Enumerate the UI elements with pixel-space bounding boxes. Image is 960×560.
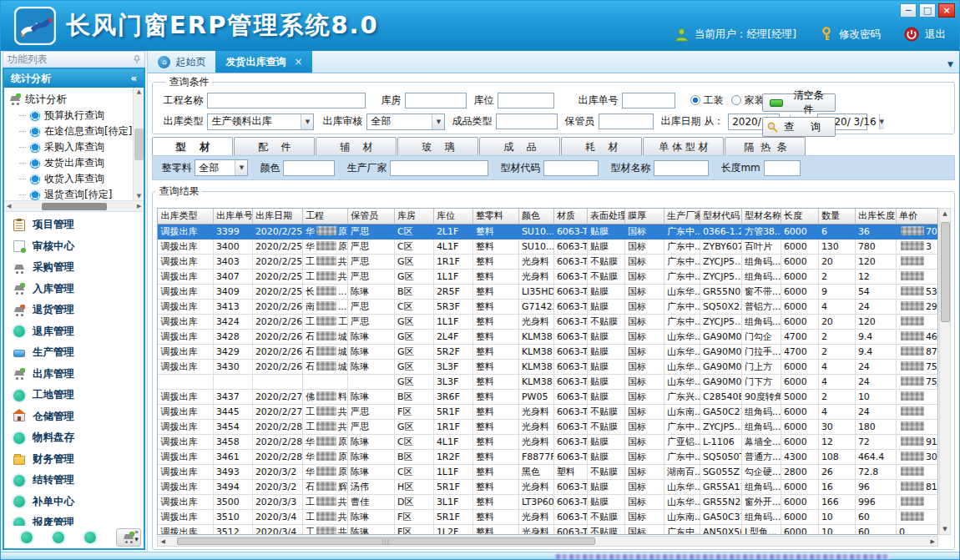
tree-vertical-scrollbar[interactable]: ▲▼ — [133, 88, 144, 200]
warehouse-input[interactable] — [405, 93, 467, 108]
circle-icon[interactable] — [53, 532, 64, 543]
sidebar-item[interactable]: 报废管理 — [4, 512, 144, 526]
subtab[interactable]: 单 体 型 材 — [643, 137, 724, 155]
table-row[interactable]: 调拨出库34542020/2/28工共工程严思G区1R1F整料光身料6063-T… — [158, 419, 938, 434]
sidebar-item[interactable]: 退货管理 — [4, 300, 144, 321]
table-row[interactable]: 调拨出库34002020/2/25华原...严思C区4L1F整料SU10...6… — [158, 239, 938, 254]
table-row[interactable]: 调拨出库34132020/2/26南...严思C区5R3F整料G71422606… — [158, 299, 938, 314]
outbound-type-select[interactable]: 生产领料出库▼ — [207, 114, 314, 130]
sidebar-item[interactable]: 仓储管理 — [4, 406, 144, 428]
tree-item[interactable]: 收货入库查询 — [9, 171, 132, 187]
whole-scrap-select[interactable]: 全部▼ — [195, 159, 248, 176]
column-header[interactable]: 工程 — [302, 209, 347, 224]
product-type-input[interactable] — [496, 114, 558, 129]
column-header[interactable]: 出库长度 — [855, 209, 896, 224]
outbound-no-input[interactable] — [622, 93, 675, 108]
subtab[interactable]: 玻 璃 — [397, 137, 478, 155]
tree-item[interactable]: 采购入库查询 — [9, 139, 132, 155]
table-row[interactable]: 调拨出库34932020/3/2华原...陈琳C区1L1F整料黑色塑料不贴膜国标… — [158, 464, 938, 479]
sidebar-item[interactable]: 财务管理 — [4, 449, 144, 471]
column-header[interactable]: 出库单号 — [213, 209, 252, 224]
manufacturer-input[interactable] — [390, 160, 488, 176]
table-row[interactable]: 调拨出库34612020/2/28华原...陈琳B区1R2F整料F8877FT6… — [158, 449, 938, 464]
column-header[interactable]: 出库日期 — [252, 209, 302, 224]
tree-horizontal-scrollbar[interactable]: ◀▶ — [4, 201, 144, 212]
subtab[interactable]: 辅 材 — [316, 137, 397, 155]
location-input[interactable] — [498, 93, 554, 108]
sidebar-item[interactable]: 工地管理 — [4, 385, 144, 406]
column-header[interactable]: 颜色 — [518, 209, 553, 224]
table-row[interactable]: 调拨出库33992020/2/25华原...严思C区2L1F整料SU10...6… — [158, 224, 938, 239]
table-row[interactable]: 调拨出库35122020/3/4工共工程陈琳F区1L2F整料光身料6063-T5… — [158, 524, 938, 535]
search-button[interactable]: 查 询 — [762, 117, 836, 137]
audit-select[interactable]: 全部▼ — [366, 114, 445, 130]
keeper-input[interactable] — [599, 114, 654, 129]
radio-home[interactable]: 家装 — [731, 93, 764, 108]
pin-icon[interactable] — [134, 55, 140, 64]
logout-link[interactable]: 退出 — [925, 28, 946, 42]
column-header[interactable]: 表面处理 — [587, 209, 624, 224]
column-header[interactable]: 材质 — [553, 209, 587, 224]
grid-horizontal-scrollbar[interactable]: ◀|||▶ — [157, 536, 938, 547]
close-button[interactable]: × — [938, 3, 955, 18]
circle-icon[interactable] — [21, 532, 33, 543]
column-header[interactable]: 生产厂家 — [664, 209, 700, 224]
column-header[interactable]: 型材名称 — [741, 209, 781, 224]
tree-item[interactable]: 在途信息查询[待定] — [9, 124, 132, 139]
table-row[interactable]: 调拨出库34292020/2/26石城陈琳G区5R2F整料KLM38176063… — [158, 344, 938, 359]
sidebar-item[interactable]: 项目管理 — [4, 214, 144, 236]
table-row[interactable]: 调拨出库34092020/2/25长...陈琳B区2R5F整料LI35HD606… — [158, 284, 938, 299]
sidebar-item[interactable]: 退库管理 — [4, 321, 144, 343]
sidebar-item[interactable]: 结转管理 — [4, 470, 144, 492]
table-row[interactable]: 调拨出库34582020/2/28华原...陈琳C区4L1F整料光身料6063-… — [158, 434, 938, 449]
sidebar-item[interactable]: 入库管理 — [4, 279, 144, 300]
table-row[interactable]: 调拨出库34072020/2/25工共工程严思G区1L1F整料光身料6063-T… — [158, 269, 938, 284]
subtab[interactable]: 配 件 — [234, 137, 315, 155]
subtab[interactable]: 隔 热 条 — [725, 137, 806, 155]
table-row[interactable]: 调拨出库34452020/2/27工共工程严思F区5R1F整料光身料6063-T… — [158, 404, 938, 419]
more-buttons-chevron[interactable]: »▾ — [134, 528, 139, 543]
sidebar-item[interactable]: 出库管理 — [4, 364, 144, 386]
sidebar-item[interactable]: 物料盘存 — [4, 427, 144, 449]
change-password-link[interactable]: 修改密码 — [839, 28, 881, 42]
tab-close-icon[interactable]: × — [294, 56, 302, 68]
sidebar-item[interactable]: 采购管理 — [4, 257, 144, 279]
profile-code-input[interactable] — [543, 160, 599, 176]
tree-item[interactable]: 发货出库查询 — [9, 155, 132, 171]
project-name-input[interactable] — [207, 93, 366, 108]
column-header[interactable]: 库房 — [394, 209, 433, 224]
column-header[interactable]: 型材代码 — [700, 209, 741, 224]
column-header[interactable]: 整零料 — [472, 209, 518, 224]
length-input[interactable] — [764, 160, 801, 176]
column-header[interactable]: 数量 — [818, 209, 855, 224]
table-row[interactable]: G区3L3F整料KLM38176063-T5贴膜国标山东华...GA90M09.… — [158, 374, 938, 389]
column-header[interactable]: 库位 — [433, 209, 472, 224]
table-row[interactable]: 调拨出库34942020/3/2石辉城汤伟H区5R1F整料光身料6063-T5贴… — [158, 479, 938, 494]
column-header[interactable]: 膜厚 — [624, 209, 664, 224]
subtab[interactable]: 耗 材 — [561, 137, 642, 155]
sidebar-group-header[interactable]: 统计分析 « — [4, 69, 144, 88]
sidebar-item[interactable]: 补单中心 — [4, 492, 144, 513]
table-row[interactable]: 调拨出库34242020/2/26工工程严思G区1L1F整料光身料6063-T5… — [158, 314, 938, 329]
table-row[interactable]: 调拨出库34282020/2/26石城陈琳G区2L4F整料KLM38176063… — [158, 329, 938, 344]
tree-root-node[interactable]: 统计分析 — [9, 91, 132, 108]
radio-industrial[interactable]: 工装 — [690, 93, 723, 108]
color-input[interactable] — [283, 160, 335, 176]
tree-item[interactable]: 退货查询[待定] — [9, 187, 132, 201]
maximize-button[interactable]: □ — [919, 3, 936, 18]
subtab[interactable]: 成 品 — [479, 137, 560, 155]
table-row[interactable]: 调拨出库34302020/2/26石城陈琳G区3L3F整料KLM38176063… — [158, 359, 938, 374]
clear-conditions-button[interactable]: 清空条件 — [762, 93, 836, 112]
column-header[interactable]: 出库类型 — [158, 209, 213, 224]
sidebar-item[interactable]: 生产管理 — [4, 342, 144, 364]
tab-shipment-outbound-query[interactable]: 发货出库查询 × — [215, 51, 312, 73]
column-header[interactable]: 保管员 — [347, 209, 394, 224]
tab-home[interactable]: ⌂ 起始页 — [148, 51, 215, 73]
tree-item[interactable]: 预算执行查询 — [9, 108, 132, 124]
collapse-icon[interactable]: « — [131, 73, 138, 84]
table-row[interactable]: 调拨出库35102020/3/4工共工程陈琳F区5R1F整料光身料6063-T5… — [158, 509, 938, 524]
table-row[interactable]: 调拨出库34372020/2/27佛料...陈琳B区3R6F整料PW056063… — [158, 389, 938, 404]
column-header[interactable]: 单价 — [896, 209, 938, 224]
tab-list-dropdown-icon[interactable]: ▼ — [947, 60, 953, 68]
column-header[interactable]: 长度 — [781, 209, 818, 224]
